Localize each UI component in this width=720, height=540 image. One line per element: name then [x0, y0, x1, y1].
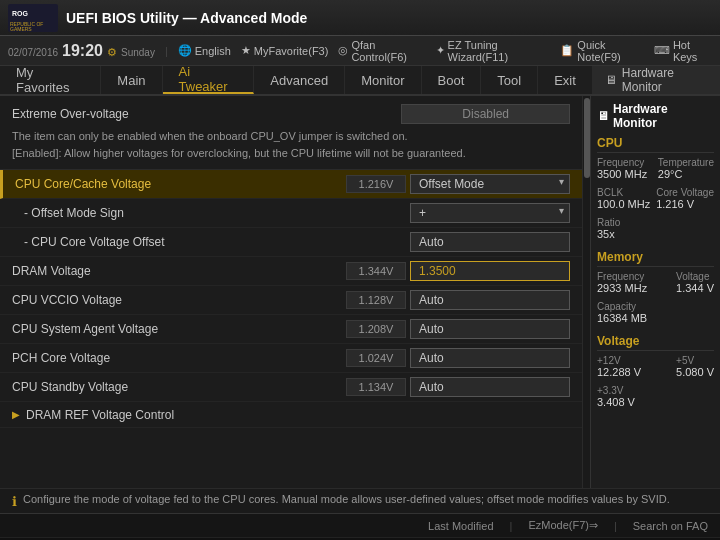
- cpu-vccio-label: CPU VCCIO Voltage: [12, 293, 346, 307]
- cpu-system-agent-input[interactable]: [410, 319, 570, 339]
- dram-ref-label: DRAM REF Voltage Control: [26, 408, 174, 422]
- qfan-item[interactable]: ◎ Qfan Control(F6): [338, 39, 425, 63]
- keyboard-icon: ⌨: [654, 44, 670, 57]
- nav-tool[interactable]: Tool: [481, 66, 538, 94]
- info-icon: ℹ: [12, 494, 17, 509]
- cpu-standby-input[interactable]: [410, 377, 570, 397]
- content-area: Extreme Over-voltage Disabled The item c…: [0, 96, 582, 488]
- cpu-freq-row: Frequency 3500 MHz Temperature 29°C: [597, 157, 714, 184]
- wand-icon: ✦: [436, 44, 445, 57]
- dram-ref-expand-row[interactable]: ▶ DRAM REF Voltage Control: [0, 402, 582, 428]
- dram-voltage-row[interactable]: DRAM Voltage 1.344V: [0, 257, 582, 286]
- cpu-ratio-row: Ratio 35x: [597, 217, 714, 244]
- mem-volt-pair: Voltage 1.344 V: [676, 271, 714, 294]
- fan-icon: ◎: [338, 44, 348, 57]
- memory-section-title: Memory: [597, 250, 714, 267]
- globe-icon: 🌐: [178, 44, 192, 57]
- cpu-core-voltage-offset-label: - CPU Core Voltage Offset: [24, 235, 410, 249]
- nav-advanced[interactable]: Advanced: [254, 66, 345, 94]
- monitor-icon: 🖥: [605, 73, 617, 87]
- info-section: Extreme Over-voltage Disabled The item c…: [0, 96, 582, 170]
- gear-icon[interactable]: ⚙: [107, 46, 117, 59]
- volt-33v-row: +3.3V 3.408 V: [597, 385, 714, 412]
- title-bar: ROG REPUBLIC OF GAMERS UEFI BIOS Utility…: [0, 0, 720, 36]
- cpu-vccio-current: 1.128V: [346, 291, 406, 309]
- pch-core-label: PCH Core Voltage: [12, 351, 346, 365]
- ez-tuning-item[interactable]: ✦ EZ Tuning Wizard(F11): [436, 39, 551, 63]
- dram-voltage-current: 1.344V: [346, 262, 406, 280]
- info-bar-text: Configure the mode of voltage fed to the…: [23, 493, 670, 505]
- toolbar-sep-1: |: [165, 45, 168, 57]
- search-faq-item[interactable]: Search on FAQ: [633, 520, 708, 532]
- hw-monitor-nav[interactable]: 🖥 Hardware Monitor: [593, 66, 720, 94]
- quick-note-label: Quick Note(F9): [577, 39, 644, 63]
- last-modified-item[interactable]: Last Modified: [428, 520, 493, 532]
- cpu-standby-voltage-row[interactable]: CPU Standby Voltage 1.134V: [0, 373, 582, 402]
- offset-mode-sign-row[interactable]: - Offset Mode Sign + -: [0, 199, 582, 228]
- note-icon: 📋: [560, 44, 574, 57]
- nav-my-favorites[interactable]: My Favorites: [0, 66, 101, 94]
- hw-monitor-panel: 🖥 Hardware Monitor CPU Frequency 3500 MH…: [590, 96, 720, 488]
- overvoltage-value: Disabled: [401, 104, 570, 124]
- cpu-vccio-voltage-row[interactable]: CPU VCCIO Voltage 1.128V: [0, 286, 582, 315]
- hot-keys-item[interactable]: ⌨ Hot Keys: [654, 39, 712, 63]
- navbar: My Favorites Main Ai Tweaker Advanced Mo…: [0, 66, 720, 96]
- info-bar: ℹ Configure the mode of voltage fed to t…: [0, 488, 720, 513]
- cpu-core-cache-dropdown-wrap: Offset Mode Auto Manual Mode: [410, 174, 570, 194]
- pch-core-input[interactable]: [410, 348, 570, 368]
- nav-exit[interactable]: Exit: [538, 66, 593, 94]
- qfan-label: Qfan Control(F6): [351, 39, 425, 63]
- cpu-system-agent-current: 1.208V: [346, 320, 406, 338]
- myfavorite-label: MyFavorite(F3): [254, 45, 329, 57]
- cpu-standby-label: CPU Standby Voltage: [12, 380, 346, 394]
- cpu-core-voltage-offset-row[interactable]: - CPU Core Voltage Offset: [0, 228, 582, 257]
- lang-label: English: [195, 45, 231, 57]
- title-text: UEFI BIOS Utility — Advanced Mode: [66, 10, 712, 26]
- ez-mode-item[interactable]: EzMode(F7)⇒: [528, 519, 598, 532]
- myfavorite-item[interactable]: ★ MyFavorite(F3): [241, 44, 329, 57]
- monitor-panel-icon: 🖥: [597, 109, 609, 123]
- quick-note-item[interactable]: 📋 Quick Note(F9): [560, 39, 644, 63]
- nav-main[interactable]: Main: [101, 66, 162, 94]
- nav-ai-tweaker[interactable]: Ai Tweaker: [163, 66, 255, 94]
- mem-freq-pair: Frequency 2933 MHz: [597, 271, 647, 294]
- cpu-core-cache-dropdown[interactable]: Offset Mode Auto Manual Mode: [410, 174, 570, 194]
- ez-tuning-label: EZ Tuning Wizard(F11): [448, 39, 551, 63]
- mem-freq-row: Frequency 2933 MHz Voltage 1.344 V: [597, 271, 714, 298]
- date-text: 02/07/2016: [8, 47, 58, 58]
- cpu-system-agent-label: CPU System Agent Voltage: [12, 322, 346, 336]
- scrollbar-thumb[interactable]: [584, 98, 590, 178]
- mem-capacity-row: Capacity 16384 MB: [597, 301, 714, 328]
- nav-boot[interactable]: Boot: [422, 66, 482, 94]
- cpu-system-agent-voltage-row[interactable]: CPU System Agent Voltage 1.208V: [0, 315, 582, 344]
- asus-logo: ROG REPUBLIC OF GAMERS: [8, 4, 58, 32]
- expand-arrow-icon: ▶: [12, 409, 20, 420]
- dram-voltage-input[interactable]: [410, 261, 570, 281]
- v33-pair: +3.3V 3.408 V: [597, 385, 635, 408]
- cpu-ratio-pair: Ratio 35x: [597, 217, 620, 240]
- v12-pair: +12V 12.288 V: [597, 355, 641, 378]
- cpu-bclk-row: BCLK 100.0 MHz Core Voltage 1.216 V: [597, 187, 714, 214]
- dram-voltage-label: DRAM Voltage: [12, 264, 346, 278]
- cpu-vccio-input[interactable]: [410, 290, 570, 310]
- pch-core-voltage-row[interactable]: PCH Core Voltage 1.024V: [0, 344, 582, 373]
- cpu-core-cache-label: CPU Core/Cache Voltage: [15, 177, 346, 191]
- nav-monitor[interactable]: Monitor: [345, 66, 421, 94]
- cpu-core-cache-voltage-row[interactable]: CPU Core/Cache Voltage 1.216V Offset Mod…: [0, 170, 582, 199]
- offset-sign-dropdown-wrap: + -: [410, 203, 570, 223]
- toolbar: 02/07/2016 19:20 ⚙ Sunday | 🌐 English ★ …: [0, 36, 720, 66]
- cpu-core-volt-pair: Core Voltage 1.216 V: [656, 187, 714, 210]
- star-icon: ★: [241, 44, 251, 57]
- hot-keys-label: Hot Keys: [673, 39, 712, 63]
- cpu-freq-pair: Frequency 3500 MHz: [597, 157, 647, 180]
- volt-12v-row: +12V 12.288 V +5V 5.080 V: [597, 355, 714, 382]
- hw-monitor-title: 🖥 Hardware Monitor: [597, 102, 714, 130]
- status-bar: Last Modified | EzMode(F7)⇒ | Search on …: [0, 513, 720, 537]
- cpu-temp-pair: Temperature 29°C: [658, 157, 714, 180]
- offset-sign-dropdown[interactable]: + -: [410, 203, 570, 223]
- cpu-core-voltage-offset-input[interactable]: [410, 232, 570, 252]
- cpu-standby-current: 1.134V: [346, 378, 406, 396]
- svg-text:ROG: ROG: [12, 10, 29, 17]
- scrollbar[interactable]: [582, 96, 590, 488]
- lang-item[interactable]: 🌐 English: [178, 44, 231, 57]
